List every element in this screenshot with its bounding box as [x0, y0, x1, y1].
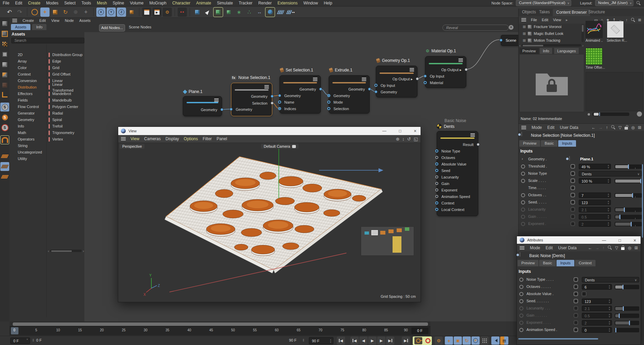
port-icon[interactable] [569, 156, 570, 160]
search-input[interactable]: Search [11, 38, 84, 43]
snap-off-icon[interactable]: S [0, 123, 9, 132]
node-title-extrude[interactable]: Extrude.1 [329, 68, 352, 72]
ne-menu-create[interactable]: Create [23, 18, 34, 23]
port-toggle[interactable] [571, 186, 575, 190]
output-port[interactable] [271, 95, 274, 98]
tab-languages[interactable]: Languages [554, 48, 579, 54]
category-flow-control[interactable]: Flow Control [18, 104, 39, 110]
deformer-icon[interactable]: ∗ [234, 8, 244, 17]
animation-speed-field[interactable]: 0∧∨ [582, 327, 612, 333]
port-radio-icon[interactable] [519, 328, 523, 332]
zoom-out-dot-icon[interactable] [588, 113, 590, 116]
output-port[interactable] [477, 143, 480, 146]
spline-pen-icon[interactable] [203, 8, 212, 17]
category-array[interactable]: Array [18, 58, 27, 64]
port-radio-icon[interactable] [519, 292, 523, 296]
z-axis-lock-icon[interactable]: Z [117, 8, 126, 17]
node-menu-icon[interactable] [214, 98, 219, 102]
category-uncategorized[interactable]: Uncategorized [18, 149, 42, 155]
prev-key-button[interactable]: ◀ [351, 336, 359, 345]
frame-start-field[interactable]: 0 F∨ [10, 337, 30, 344]
vp-menu-view[interactable]: View [131, 136, 139, 141]
category-conversion[interactable]: Conversion [18, 78, 37, 84]
close-button[interactable]: × [632, 237, 638, 243]
input-port[interactable] [278, 107, 281, 110]
camera-icon[interactable]: ●● [286, 8, 296, 17]
primitive-cube-icon[interactable] [193, 8, 202, 17]
goto-start-button[interactable]: ◀ [337, 336, 345, 345]
input-port[interactable] [435, 156, 438, 159]
tree-scrollbar[interactable] [581, 24, 584, 42]
port-radio-icon[interactable] [521, 172, 525, 176]
timeline-scrollbar[interactable] [10, 321, 430, 326]
asset-item[interactable]: Radial [49, 110, 63, 116]
render-settings-icon[interactable]: ⚙ [163, 8, 172, 17]
node-menu-icon[interactable] [264, 85, 269, 89]
scroll-left-icon[interactable]: ‹ [48, 249, 49, 253]
menu-render[interactable]: Render [258, 1, 272, 5]
tab-objects[interactable]: Objects [522, 10, 536, 14]
node-menu-icon[interactable] [410, 68, 414, 71]
hamburger-icon[interactable] [520, 246, 524, 250]
expand-icon[interactable]: ⊞ [523, 25, 526, 29]
input-port[interactable] [327, 94, 330, 97]
input-port[interactable] [278, 94, 281, 97]
ne-menu-assets[interactable]: Assets [79, 18, 91, 23]
back-icon[interactable]: ← [588, 246, 592, 250]
port-toggle[interactable] [571, 178, 575, 183]
asset-item[interactable]: Mandelbrot [49, 91, 71, 97]
input-port[interactable] [424, 81, 427, 84]
move-tool-icon[interactable]: + [40, 8, 50, 17]
output-port[interactable] [368, 88, 371, 91]
camera-label[interactable]: Default Camera [261, 144, 299, 149]
projection-label[interactable]: Perspective [120, 144, 145, 149]
frame-end-field[interactable]: 90 F∧∨ [309, 337, 333, 344]
pan-view-icon[interactable]: ⊕ [396, 136, 399, 142]
node-menu-icon[interactable] [470, 133, 475, 137]
render-picture-viewer-icon[interactable]: ▶ [152, 8, 162, 17]
category-math[interactable]: Math [18, 130, 26, 136]
node-menu-icon[interactable] [362, 78, 366, 81]
simulation-grid-icon[interactable] [276, 8, 285, 17]
category-2d[interactable]: 2D [18, 52, 23, 58]
port-toggle[interactable] [571, 164, 575, 169]
filter-icon[interactable]: ▽ [618, 125, 621, 130]
input-port[interactable] [374, 84, 378, 87]
thumbnail-selection[interactable] [607, 21, 624, 38]
expander-icon[interactable]: › [522, 157, 523, 161]
tab-content-browser[interactable]: Content Browser [553, 9, 590, 16]
vp-menu-display[interactable]: Display [165, 136, 179, 141]
workplane-mode-icon[interactable] [0, 172, 9, 181]
node-title-noise-selection[interactable]: fxNoise Selection.1 [231, 75, 270, 80]
next-key-button[interactable]: ▶ [386, 336, 394, 345]
attr-menu-userdata[interactable]: User Data [560, 125, 578, 130]
maximize-button[interactable]: □ [397, 128, 403, 134]
threshold-field[interactable]: 49 %∧∨ [579, 164, 611, 169]
octaves-field[interactable]: 7∧∨ [579, 193, 611, 198]
minimize-button[interactable]: — [601, 237, 607, 243]
browser-menu-view[interactable]: View [553, 18, 561, 22]
port-radio-icon[interactable] [519, 285, 523, 289]
toggle-panel-icon[interactable]: ◱ [414, 136, 418, 142]
menu-spline[interactable]: Spline [113, 1, 124, 5]
attr-horizontal-scrollbar[interactable] [518, 338, 598, 340]
add-nodes-button[interactable]: Add Nodes... [99, 24, 125, 31]
track-icon[interactable]: ◎ [628, 246, 631, 250]
hamburger-icon[interactable] [121, 137, 126, 141]
asset-item[interactable]: Spiral [49, 117, 62, 123]
asset-item[interactable]: Linear Transformed [49, 84, 84, 90]
search-icon[interactable] [631, 18, 635, 22]
menu-tracker[interactable]: Tracker [239, 1, 252, 5]
port-toggle[interactable] [574, 284, 578, 289]
node-menu-icon[interactable] [313, 78, 317, 81]
asset-item[interactable]: Vertex [49, 136, 63, 142]
absolute-value-checkbox[interactable] [582, 292, 586, 296]
ne-menu-edit[interactable]: Edit [39, 18, 46, 23]
category-operators[interactable]: Operators [18, 136, 35, 142]
hamburger-icon[interactable] [521, 126, 526, 129]
attr-menu-mode[interactable]: Mode [532, 125, 542, 130]
node-menu-icon[interactable] [458, 58, 463, 62]
forward-icon[interactable]: → [595, 246, 599, 250]
new-panel-icon[interactable]: ⊞ [638, 18, 641, 22]
node-noise-selection[interactable]: Geometry Selection Geometry [231, 83, 272, 116]
